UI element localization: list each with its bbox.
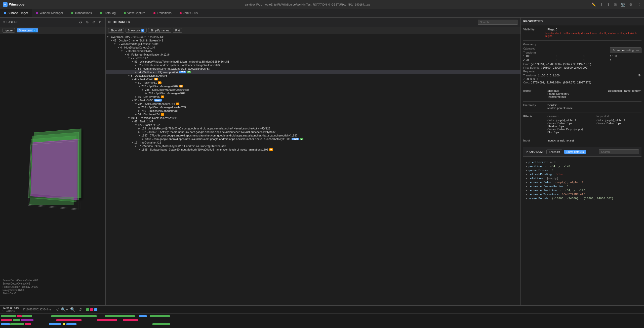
tree-row[interactable]: ▶786 - SplitDecorManager#786 [106,109,520,113]
layers-settings-icon[interactable]: ⚙ [78,20,83,25]
layers-zoom-icon[interactable]: ⊕ [85,20,90,25]
tree-row[interactable]: ▶785 - SplitDecorManagerLeash#785 [106,106,520,109]
nav-zoom-out-button[interactable]: 🔍- [70,307,77,312]
show-only-button[interactable]: Show only V [17,28,38,32]
tree-row[interactable]: ▶788 - SplitDecorManagerLeash#788 [106,88,520,91]
hierarchy-tree: ▼LayerTraceEntry - 2024-03-31, 14:31:05.… [106,34,520,305]
tab-proto-log[interactable]: ProtoLog [96,9,120,17]
tree-row[interactable]: ▼3 - WindowedMagnification:0:31#3 [106,42,520,46]
tree-row[interactable]: ▼50 - Task=3#50HWC [106,99,520,102]
tl-bar-main [105,315,135,317]
nav-zoom-in-button[interactable]: 🔍+ [60,307,69,312]
expand-icon[interactable]: ⛶ [635,2,641,7]
tree-row[interactable]: ▼11 - ImeContainer#11 [106,141,520,144]
timeline-body [0,314,644,328]
tree-row[interactable]: ▶123 - ActivityRecord{4788c02 u0 com.goo… [106,127,520,130]
tab-view-capture[interactable]: View Capture [120,9,149,17]
nav-prev-button[interactable]: ◁ [55,307,59,312]
nav-reset-button[interactable]: ↺ [78,307,82,312]
tree-arrow: ▼ [131,60,134,63]
tl-bar [22,315,32,317]
ignore-button[interactable]: Ignore [3,28,15,33]
tab-jank-cujs[interactable]: Jank CUJs [176,9,202,17]
tree-row[interactable]: ▼LayerTraceEntry - 2024-03-31, 14:31:05.… [106,35,520,39]
tab-transitions[interactable]: Transitions [149,9,176,17]
proto-search[interactable] [599,149,639,154]
proto-content: •pixelFormat: null•position: x: -54, y: … [523,159,641,203]
tree-arrow: ▼ [121,50,124,52]
tl-bar-main [123,319,138,321]
timeline-timestamp: 14:31:05.013 UTC+00:00 [3,307,19,312]
tree-row[interactable]: ▼1887 - 77fdc4b com.google.android.apps.… [106,134,520,137]
proto-key: requestedTransform: [529,193,560,196]
download-icon[interactable]: ⬇ [599,2,604,7]
tree-row[interactable]: ▼43 - Display 0 name='Built-in Screen'#4… [106,39,520,42]
simplify-names-button[interactable]: Simplify names [148,28,172,33]
tl-bar [13,319,20,321]
proto-key: pixelFormat: [529,161,548,164]
tree-row[interactable]: ◆84 - Wallpaper BBQ wrapper#84HWCV [106,70,520,74]
visibility-section: Visibility Flags: 0 Invisible due to: bu… [523,28,641,37]
layers-title: ⊞ LAYERS [3,20,19,24]
tabs: Surface Flinger Window Manager Transacti… [0,9,644,18]
tree-node-text: 84 - Wallpaper BBQ wrapper#84 [138,71,178,74]
proto-item: •refreshPending: false [526,173,639,176]
tl-bar-main [56,319,82,321]
tree-row[interactable]: ▼47 - Task=1#47 [106,120,520,123]
proto-show-diff-button[interactable]: Show diff [546,150,562,154]
tree-row[interactable]: ▼1914 - Transition Root: Task=46#1914 [106,116,520,120]
tree-row[interactable]: ▼49 - Task=2#49H [106,77,520,81]
proto-item: •requestedTransform: SCALETRANSLATE [526,193,639,196]
tree-arrow: ▼ [107,36,110,38]
gear-icon[interactable]: ⚙ [628,2,633,7]
show-diff-button[interactable]: Show diff [108,28,124,33]
timeline-ns: 171189546501903348 ns [23,308,51,311]
tree-row[interactable]: ▼787 - SplitDecorManager#787H [106,84,520,88]
layers-reset-icon[interactable]: ↺ [98,20,103,25]
tree-row[interactable]: ▼1895 - Surface{name=3baac60 InputMethod… [106,148,520,151]
tree-row[interactable]: ▼8 - DefaultTaskDisplayArea#8 [106,74,520,77]
tree-row[interactable]: ◆1888 - com.google.android.apps.nexuslau… [106,137,520,141]
proto-item: •queuedFrames: 0 [526,169,639,172]
tree-row[interactable]: ▶97 - WindowToken{7f78b6b type=2011 andr… [106,144,520,148]
proto-show-defaults-button[interactable]: Show defaults [564,150,586,154]
hierarchy-search[interactable] [478,20,518,25]
tl-bar-main [152,323,170,325]
tree-node-text: LayerTraceEntry - 2024-03-31, 14:31:05.1… [110,35,164,38]
tl-bar [1,323,10,325]
tree-row[interactable]: ▼7 - Leaf:0:1#7 [106,56,520,60]
tree-row[interactable]: ▶54 - Dim layer#54H [106,113,520,116]
screen-recording-close[interactable]: — [636,49,639,52]
tree-row[interactable]: ▼5 - OneHanded:0:1445 [106,49,520,53]
tree-row[interactable]: ▶82 - 181eabf com.android.systemui.wallp… [106,63,520,67]
tree-badge-v: V [187,71,191,73]
tl-bar-main [63,323,65,325]
tree-row[interactable]: ▼51 - Task=4#51H [106,81,520,84]
upload-icon[interactable]: ⬆ [606,2,611,7]
tree-row[interactable]: ▼4 - HideDisplayCutout:0:1#4 [106,46,520,49]
tab-dot-transitions [153,12,155,14]
layers-zoom-out-icon[interactable]: ⊖ [91,20,96,25]
properties-content: Visibility Flags: 0 Invisible due to: bu… [521,25,644,305]
tree-row[interactable]: ▼6 - FullscreenMagnification:0:12#6 [106,53,520,56]
tab-window-manager[interactable]: Window Manager [32,9,67,17]
tree-badge-h: H [269,148,273,151]
hierarchy-show-only-button[interactable]: Show only V [126,28,147,33]
grid-icon[interactable]: ⊞ [613,2,618,7]
tree-row[interactable]: ▶83 - com.android.systemui.wallpapers.Im… [106,67,520,70]
tl-bar-main [139,315,147,317]
screen-recording-badge: Screen recording — [610,47,641,53]
tree-row[interactable]: ▼784 - SplitDecorManager#784H [106,102,520,106]
edit-icon[interactable]: ✏️ [590,2,597,7]
tree-row[interactable]: ▶132 - d886913 ActivityRecordInputSink c… [106,130,520,134]
tree-row[interactable]: ▼122 - Task=7#122 [106,123,520,127]
tree-row[interactable]: ▶55 - Dim layer#55H [106,95,520,99]
tree-row[interactable]: ▶789 - SplitDecorManager#789 [106,91,520,95]
tree-row[interactable]: ▼81 - WallpaperWindowToken{fcfbcd7 token… [106,60,520,63]
timeline-color-blue [94,308,97,311]
tab-surface-flinger[interactable]: Surface Flinger [0,9,32,17]
tl-bar-main [66,323,76,325]
flat-button[interactable]: Flat [173,28,182,33]
tab-transactions[interactable]: Transactions [67,9,96,17]
camera-icon[interactable]: 📷 [620,2,626,7]
